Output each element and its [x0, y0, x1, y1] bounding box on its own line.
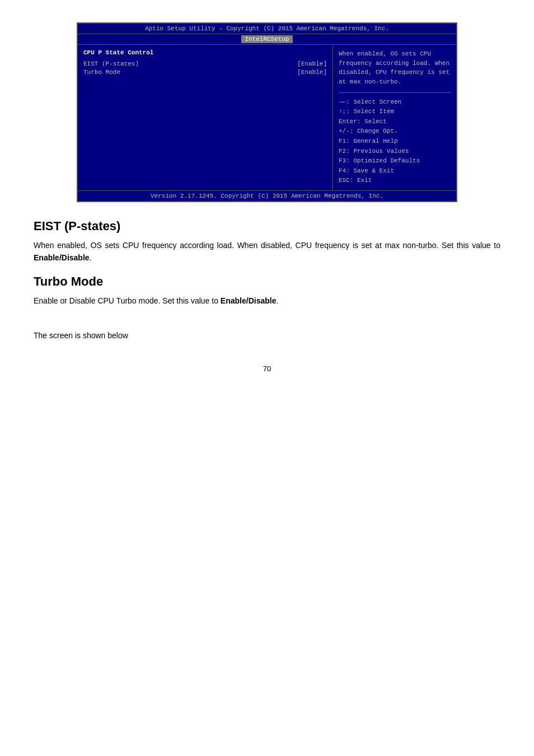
- eist-section: EIST (P-states) When enabled, OS sets CP…: [34, 219, 500, 264]
- nav-enter-select: Enter: Select: [339, 117, 451, 127]
- turbo-label: Turbo Mode: [83, 69, 120, 76]
- nav-change-opt: +/-: Change Opt.: [339, 127, 451, 137]
- bios-body: CPU P State Control EIST (P-states) [Ena…: [78, 45, 456, 190]
- eist-paragraph-text: When enabled, OS sets CPU frequency acco…: [34, 241, 500, 250]
- eist-value: [Enable]: [297, 60, 327, 67]
- bios-menu-item-turbo[interactable]: Turbo Mode [Enable]: [83, 69, 327, 76]
- nav-select-item: ↑↓: Select Item: [339, 107, 451, 117]
- bios-title-text: Aptio Setup Utility – Copyright (C) 2015…: [145, 25, 389, 32]
- screen-note-section: The screen is shown below: [34, 329, 500, 342]
- bios-nav-help: →←: Select Screen ↑↓: Select Item Enter:…: [339, 97, 451, 186]
- bios-footer: Version 2.17.1245. Copyright (C) 2015 Am…: [78, 190, 456, 201]
- nav-f4-save: F4: Save & Exit: [339, 166, 451, 176]
- turbo-paragraph: Enable or Disable CPU Turbo mode. Set th…: [34, 295, 500, 307]
- eist-label: EIST (P-states): [83, 60, 139, 67]
- eist-bold: Enable/Disable: [34, 253, 90, 262]
- bios-left-panel: CPU P State Control EIST (P-states) [Ena…: [78, 45, 333, 190]
- nav-f1-help: F1: General Help: [339, 137, 451, 147]
- eist-heading: EIST (P-states): [34, 219, 500, 234]
- bios-help-text: When enabled, OS sets CPU frequency acco…: [339, 49, 451, 88]
- turbo-heading: Turbo Mode: [34, 274, 500, 289]
- nav-select-screen: →←: Select Screen: [339, 97, 451, 108]
- bios-section-title: CPU P State Control: [83, 49, 327, 56]
- turbo-paragraph-text: Enable or Disable CPU Turbo mode. Set th…: [34, 296, 221, 305]
- nav-f2-prev: F2: Previous Values: [339, 147, 451, 157]
- bios-footer-text: Version 2.17.1245. Copyright (C) 2015 Am…: [151, 193, 383, 199]
- bios-active-tab[interactable]: IntelRCSetup: [241, 35, 292, 43]
- bios-screen: Aptio Setup Utility – Copyright (C) 2015…: [77, 22, 457, 202]
- eist-paragraph: When enabled, OS sets CPU frequency acco…: [34, 239, 500, 264]
- bios-divider: [339, 92, 451, 93]
- eist-paragraph-end: .: [90, 253, 92, 262]
- bios-tab-bar: IntelRCSetup: [78, 34, 456, 45]
- bios-title-bar: Aptio Setup Utility – Copyright (C) 2015…: [78, 24, 456, 34]
- bios-menu-item-eist[interactable]: EIST (P-states) [Enable]: [83, 60, 327, 67]
- nav-esc-exit: ESC: Exit: [339, 176, 451, 186]
- turbo-section: Turbo Mode Enable or Disable CPU Turbo m…: [34, 274, 500, 307]
- turbo-value: [Enable]: [297, 69, 327, 76]
- nav-f3-defaults: F3: Optimized Defaults: [339, 156, 451, 166]
- turbo-paragraph-end: .: [276, 296, 278, 305]
- page-number: 70: [34, 365, 500, 373]
- bios-right-panel: When enabled, OS sets CPU frequency acco…: [333, 45, 456, 190]
- screen-note: The screen is shown below: [34, 329, 500, 342]
- turbo-bold: Enable/Disable: [221, 296, 277, 305]
